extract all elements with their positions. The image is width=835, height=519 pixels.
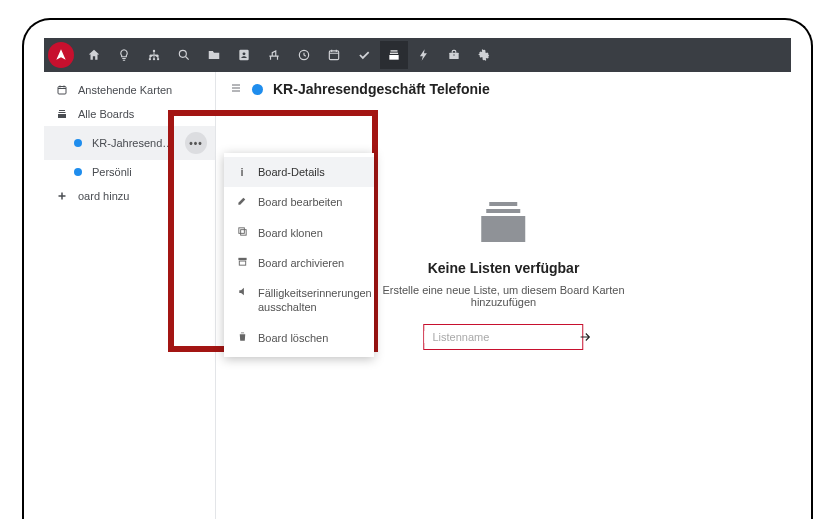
menu-item-label: Fälligkeitserinnerungen ausschalten	[258, 286, 372, 315]
empty-state: Keine Listen verfügbar Erstelle eine neu…	[360, 202, 648, 350]
stack-small-icon	[56, 108, 68, 120]
svg-point-1	[149, 58, 151, 60]
sidebar-item-label: Alle Boards	[78, 108, 207, 120]
menu-item-label: Board löschen	[258, 331, 328, 345]
board-item-label: KR-Jahresendgeschäf...	[92, 137, 175, 149]
menu-item-label: Board archivieren	[258, 256, 344, 270]
nav-clock-icon[interactable]	[290, 41, 318, 69]
svg-point-6	[243, 52, 246, 55]
app-screen: Anstehende Karten Alle Boards KR-Jahrese…	[44, 38, 791, 519]
svg-point-0	[153, 50, 155, 52]
svg-rect-19	[238, 227, 244, 233]
svg-rect-10	[390, 53, 398, 54]
nav-home-icon[interactable]	[80, 41, 108, 69]
svg-rect-16	[59, 112, 66, 113]
pencil-icon	[236, 195, 248, 206]
sidebar-item-pending-cards[interactable]: Anstehende Karten	[44, 78, 215, 102]
board-dot-icon	[74, 139, 82, 147]
sidebar-item-all-boards[interactable]: Alle Boards	[44, 102, 215, 126]
device-frame: Anstehende Karten Alle Boards KR-Jahrese…	[22, 18, 813, 519]
nav-calendar-icon[interactable]	[320, 41, 348, 69]
nav-contacts-icon[interactable]	[230, 41, 258, 69]
board-dot-icon	[74, 168, 82, 176]
menu-item-board-archive[interactable]: Board archivieren	[224, 248, 374, 278]
nav-folder-icon[interactable]	[200, 41, 228, 69]
menu-item-reminders-off[interactable]: Fälligkeitserinnerungen ausschalten	[224, 278, 374, 323]
trash-icon	[236, 331, 248, 342]
nav-bolt-icon[interactable]	[410, 41, 438, 69]
svg-rect-11	[389, 55, 398, 60]
nav-bulb-icon[interactable]	[110, 41, 138, 69]
svg-point-2	[153, 58, 155, 60]
info-icon: i	[236, 165, 248, 179]
menu-item-board-delete[interactable]: Board löschen	[224, 323, 374, 353]
svg-rect-15	[59, 110, 65, 111]
list-submit-button[interactable]	[579, 325, 593, 349]
svg-rect-9	[391, 50, 398, 51]
menu-item-label: Board bearbeiten	[258, 195, 342, 209]
nav-settings-icon[interactable]	[470, 41, 498, 69]
svg-rect-18	[240, 229, 246, 235]
board-title: KR-Jahresendgeschäft Telefonie	[273, 81, 490, 97]
list-name-input-wrap	[424, 324, 584, 350]
svg-point-4	[179, 50, 186, 57]
nav-search-icon[interactable]	[170, 41, 198, 69]
svg-rect-12	[449, 53, 458, 59]
menu-item-label: Board klonen	[258, 226, 323, 240]
svg-rect-14	[58, 87, 66, 95]
empty-subtitle: Erstelle eine neue Liste, um diesem Boar…	[360, 284, 648, 308]
sidebar: Anstehende Karten Alle Boards KR-Jahrese…	[44, 72, 216, 519]
empty-title: Keine Listen verfügbar	[360, 260, 648, 276]
sidebar-item-label: Anstehende Karten	[78, 84, 207, 96]
sidebar-board-item[interactable]: KR-Jahresendgeschäf... •••	[44, 126, 215, 160]
nav-check-icon[interactable]	[350, 41, 378, 69]
menu-item-label: Board-Details	[258, 165, 325, 179]
menu-icon[interactable]	[230, 80, 242, 98]
nav-hierarchy-icon[interactable]	[140, 41, 168, 69]
svg-rect-21	[239, 261, 245, 265]
board-header: KR-Jahresendgeschäft Telefonie	[216, 72, 791, 106]
menu-item-board-edit[interactable]: Board bearbeiten	[224, 187, 374, 217]
sidebar-add-board[interactable]: oard hinzu	[44, 184, 215, 208]
menu-item-board-clone[interactable]: Board klonen	[224, 218, 374, 248]
empty-stack-icon	[482, 202, 526, 242]
board-context-menu: i Board-Details Board bearbeiten Board k…	[224, 153, 374, 357]
app-logo[interactable]	[48, 42, 74, 68]
archive-icon	[236, 256, 248, 267]
svg-rect-13	[453, 54, 454, 55]
plus-icon	[56, 190, 68, 202]
svg-rect-20	[238, 258, 246, 260]
sidebar-board-item[interactable]: Persönli	[44, 160, 215, 184]
add-board-label: oard hinzu	[78, 190, 207, 202]
board-color-dot	[252, 84, 263, 95]
svg-point-3	[157, 58, 159, 60]
board-more-button[interactable]: •••	[185, 132, 207, 154]
mute-icon	[236, 286, 248, 297]
svg-rect-17	[58, 114, 66, 118]
top-navbar	[44, 38, 791, 72]
logo-icon	[54, 48, 68, 62]
calendar-icon	[56, 84, 68, 96]
list-name-input[interactable]	[425, 331, 579, 343]
nav-desk-icon[interactable]	[260, 41, 288, 69]
nav-stack-icon[interactable]	[380, 41, 408, 69]
board-item-label: Persönli	[92, 166, 207, 178]
nav-briefcase-icon[interactable]	[440, 41, 468, 69]
workspace: Anstehende Karten Alle Boards KR-Jahrese…	[44, 72, 791, 519]
copy-icon	[236, 226, 248, 237]
svg-rect-8	[329, 51, 338, 60]
menu-item-board-details[interactable]: i Board-Details	[224, 157, 374, 187]
